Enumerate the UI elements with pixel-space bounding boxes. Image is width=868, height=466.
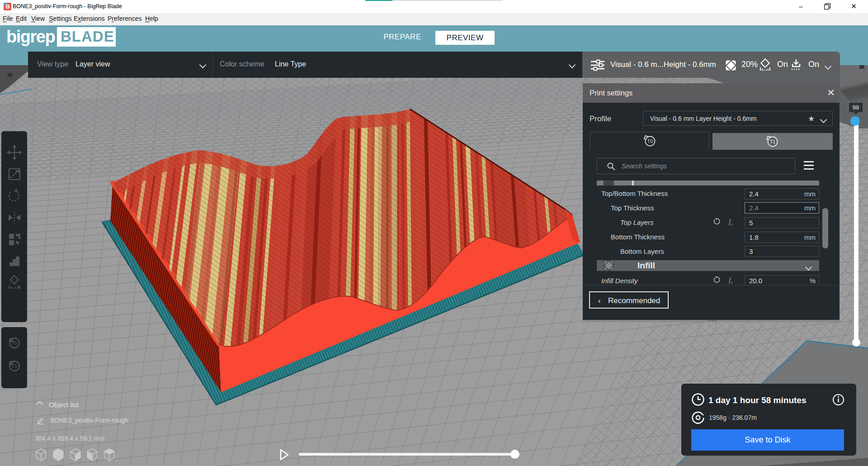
svg-text:T1: T1 — [12, 364, 17, 369]
svg-text:T0: T0 — [12, 341, 17, 346]
svg-text:T1: T1 — [770, 139, 775, 144]
svg-text:T0: T0 — [647, 138, 653, 144]
